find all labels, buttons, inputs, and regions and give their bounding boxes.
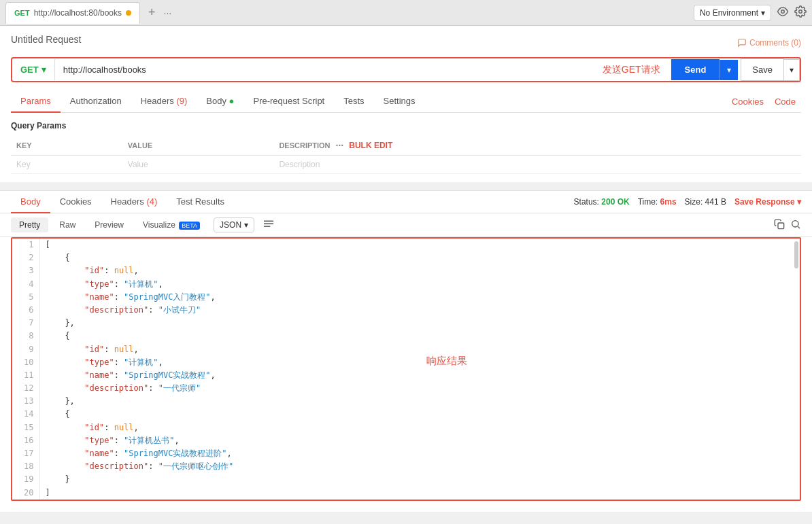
svg-line-7	[798, 226, 800, 228]
response-status-bar: Status: 200 OK Time: 6ms Size: 441 B Sav…	[574, 197, 801, 207]
line-number: 1	[12, 239, 39, 251]
method-chevron-icon: ▾	[41, 65, 46, 75]
code-area[interactable]: 1[2 {3 "id": null,4 "type": "计算机",5 "nam…	[11, 237, 801, 501]
env-label: No Environment	[700, 8, 758, 18]
resp-tab-body[interactable]: Body	[11, 191, 50, 213]
line-number: 12	[12, 382, 39, 395]
line-content: "name": "SpringMVC实战教程",	[39, 369, 800, 382]
time-text: Time: 6ms	[638, 197, 677, 207]
table-row: 7 },	[12, 317, 800, 330]
line-content: "description": "一代宗师呕心创作"	[39, 460, 800, 473]
environment-selector[interactable]: No Environment ▾	[694, 5, 771, 21]
table-row: 9 "id": null,	[12, 343, 800, 356]
line-number: 3	[12, 264, 39, 277]
code-link[interactable]: Code	[769, 91, 801, 112]
comments-label: Comments (0)	[749, 38, 801, 48]
table-row: 19 }	[12, 473, 800, 486]
resp-tab-cookies[interactable]: Cookies	[50, 191, 101, 213]
svg-point-0	[781, 10, 785, 13]
url-hint-annotation: 发送GET请求	[592, 64, 671, 76]
save-dropdown-button[interactable]: ▾	[784, 59, 800, 81]
comments-link[interactable]: Comments (0)	[737, 38, 801, 48]
save-button[interactable]: Save	[741, 58, 784, 81]
env-chevron-icon: ▾	[761, 8, 765, 18]
table-row: 17 "name": "SpringMVC实战教程进阶",	[12, 447, 800, 460]
table-row: 4 "type": "计算机",	[12, 278, 800, 291]
table-row: 10 "type": "计算机",	[12, 356, 800, 369]
copy-icon[interactable]	[774, 219, 785, 232]
tab-body[interactable]: Body ●	[197, 90, 243, 113]
view-pretty[interactable]: Pretty	[11, 217, 48, 232]
wrap-icon[interactable]	[263, 218, 275, 232]
line-number: 14	[12, 408, 39, 421]
line-content: [	[39, 239, 800, 251]
url-input[interactable]	[55, 59, 592, 80]
send-dropdown-button[interactable]: ▾	[720, 60, 738, 80]
view-preview[interactable]: Preview	[86, 217, 132, 232]
param-desc-input[interactable]: Description	[273, 156, 801, 174]
line-number: 2	[12, 251, 39, 264]
line-number: 11	[12, 369, 39, 382]
tab-tests[interactable]: Tests	[334, 90, 373, 113]
line-number: 6	[12, 304, 39, 317]
cookies-link[interactable]: Cookies	[726, 91, 769, 112]
tab-method: GET	[14, 9, 30, 17]
view-raw[interactable]: Raw	[51, 217, 84, 232]
line-content: "description": "一代宗师"	[39, 382, 800, 395]
line-content: "type": "计算机",	[39, 356, 800, 369]
resp-tab-tests[interactable]: Test Results	[167, 191, 234, 213]
params-table: KEY VALUE DESCRIPTION ··· Bulk Edit Key	[11, 136, 801, 174]
method-selector[interactable]: GET ▾	[12, 59, 55, 80]
view-visualize[interactable]: Visualize BETA	[135, 217, 208, 232]
url-bar: GET ▾ 发送GET请求 Send ▾ Save ▾	[11, 57, 801, 82]
table-row: 11 "name": "SpringMVC实战教程",	[12, 369, 800, 382]
line-content: "name": "SpringMVC实战教程进阶",	[39, 447, 800, 460]
eye-icon-button[interactable]	[777, 5, 789, 20]
search-icon[interactable]	[790, 219, 801, 232]
tab-params[interactable]: Params	[11, 90, 61, 113]
scrollbar[interactable]	[794, 241, 798, 268]
format-selector[interactable]: JSON ▾	[214, 217, 254, 232]
table-row: 16 "type": "计算机丛书",	[12, 434, 800, 447]
params-more-icon[interactable]: ···	[336, 140, 344, 151]
viewer-bar: Pretty Raw Preview Visualize BETA JSON ▾	[0, 213, 812, 237]
param-key-input[interactable]: Key	[11, 156, 122, 174]
line-number: 15	[12, 421, 39, 434]
table-row: 20]	[12, 487, 800, 500]
query-params-section: Query Params KEY VALUE DESCRIPTION ··· B…	[0, 113, 812, 182]
tab-unsaved-dot	[126, 10, 131, 16]
more-tabs-button[interactable]: ···	[161, 7, 175, 18]
tab-headers[interactable]: Headers (9)	[131, 90, 197, 113]
table-row: 13 },	[12, 395, 800, 408]
line-number: 4	[12, 278, 39, 291]
resp-tab-headers[interactable]: Headers (4)	[101, 191, 167, 213]
table-row: 1[	[12, 239, 800, 251]
col-value-header: VALUE	[122, 136, 274, 156]
table-row: 18 "description": "一代宗师呕心创作"	[12, 460, 800, 473]
top-right-area: No Environment ▾	[694, 5, 807, 21]
tab-settings[interactable]: Settings	[374, 90, 425, 113]
request-tab[interactable]: GET http://localhost:80/books	[5, 2, 140, 24]
line-content: "id": null,	[39, 421, 800, 434]
save-response-button[interactable]: Save Response ▾	[734, 197, 801, 207]
code-table: 1[2 {3 "id": null,4 "type": "计算机",5 "nam…	[12, 239, 800, 500]
line-number: 10	[12, 356, 39, 369]
line-number: 19	[12, 473, 39, 486]
code-block-wrapper: 1[2 {3 "id": null,4 "type": "计算机",5 "nam…	[0, 237, 812, 512]
table-row: 5 "name": "SpringMVC入门教程",	[12, 291, 800, 304]
line-number: 7	[12, 317, 39, 330]
tab-url: http://localhost:80/books	[34, 8, 122, 18]
send-button[interactable]: Send	[671, 59, 720, 80]
tab-authorization[interactable]: Authorization	[61, 90, 131, 113]
line-content: {	[39, 408, 800, 421]
format-chevron-icon: ▾	[244, 220, 248, 230]
new-tab-button[interactable]: +	[143, 5, 161, 20]
line-content: {	[39, 330, 800, 343]
param-value-input[interactable]: Value	[122, 156, 274, 174]
settings-icon-button[interactable]	[794, 5, 807, 20]
table-row: 8 {	[12, 330, 800, 343]
tab-pre-request[interactable]: Pre-request Script	[243, 90, 334, 113]
tab-bar: GET http://localhost:80/books + ··· No E…	[0, 0, 812, 26]
line-content: "type": "计算机丛书",	[39, 434, 800, 447]
bulk-edit-button[interactable]: Bulk Edit	[349, 141, 392, 150]
